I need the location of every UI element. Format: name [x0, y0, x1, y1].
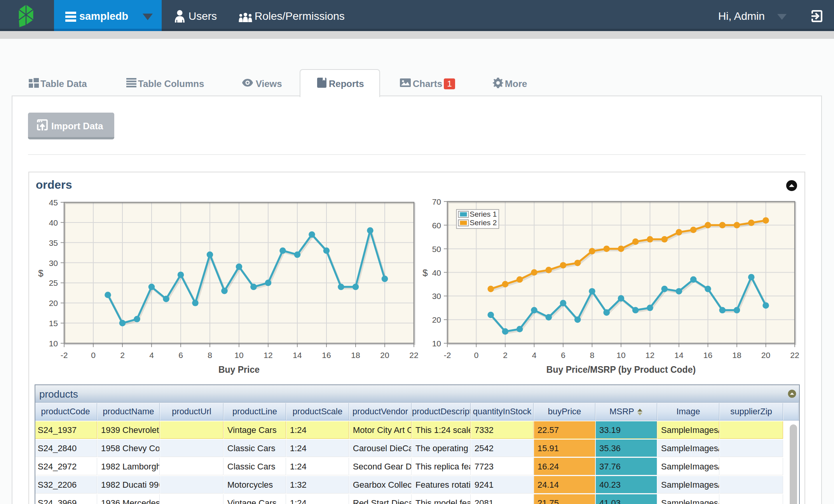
svg-text:$: $: [38, 268, 43, 278]
svg-text:22: 22: [409, 351, 418, 360]
svg-text:-2: -2: [444, 351, 451, 360]
svg-text:50: 50: [432, 245, 441, 254]
svg-text:0: 0: [474, 351, 479, 360]
svg-text:12: 12: [646, 351, 654, 360]
svg-text:10: 10: [49, 339, 58, 348]
svg-text:18: 18: [732, 351, 741, 360]
svg-text:4: 4: [532, 351, 537, 360]
svg-text:4: 4: [149, 351, 154, 360]
svg-text:Series 2: Series 2: [470, 219, 497, 227]
svg-text:Buy Price/MSRP (by Product Cod: Buy Price/MSRP (by Product Code): [546, 365, 696, 375]
svg-text:2: 2: [503, 351, 508, 360]
svg-text:8: 8: [208, 351, 212, 360]
svg-text:20: 20: [432, 315, 441, 324]
svg-text:0: 0: [91, 351, 96, 360]
svg-text:22: 22: [790, 351, 799, 360]
svg-text:16: 16: [322, 351, 331, 360]
svg-text:60: 60: [432, 221, 441, 230]
svg-text:10: 10: [432, 339, 441, 348]
svg-text:20: 20: [761, 351, 770, 360]
svg-text:40: 40: [49, 218, 58, 227]
svg-text:20: 20: [380, 351, 389, 360]
svg-text:6: 6: [178, 351, 183, 360]
svg-text:15: 15: [49, 319, 58, 328]
svg-text:35: 35: [49, 238, 58, 247]
svg-text:12: 12: [263, 351, 272, 360]
svg-text:Series 1: Series 1: [470, 210, 497, 218]
svg-text:25: 25: [49, 278, 58, 287]
svg-text:14: 14: [293, 351, 302, 360]
svg-text:30: 30: [432, 292, 441, 301]
svg-text:30: 30: [49, 259, 58, 268]
svg-text:6: 6: [561, 351, 565, 360]
svg-text:16: 16: [703, 351, 712, 360]
svg-text:-2: -2: [61, 351, 68, 360]
svg-text:40: 40: [432, 268, 441, 277]
svg-text:18: 18: [351, 351, 360, 360]
svg-text:Buy Price: Buy Price: [218, 365, 260, 375]
svg-text:10: 10: [616, 351, 625, 360]
svg-text:14: 14: [674, 351, 684, 360]
svg-text:20: 20: [49, 299, 58, 308]
svg-text:$: $: [422, 268, 427, 278]
svg-text:45: 45: [49, 198, 58, 207]
svg-text:10: 10: [234, 351, 243, 360]
svg-text:2: 2: [120, 351, 125, 360]
svg-text:70: 70: [432, 197, 441, 206]
svg-text:8: 8: [590, 351, 595, 360]
